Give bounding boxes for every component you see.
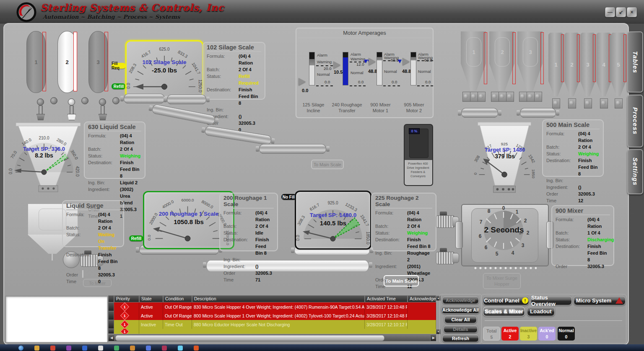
taskbar-icon[interactable] <box>18 346 23 351</box>
status-value: Discharging <box>587 236 614 243</box>
valve-cup <box>99 114 107 120</box>
close-button[interactable]: × <box>627 7 637 17</box>
col-description[interactable]: Description <box>192 295 365 302</box>
message-list-panel[interactable] <box>5 296 108 343</box>
alarm-row[interactable]: 1 Inactive Time Out 880 Micro Eductor Ho… <box>108 320 436 329</box>
tick-label: 4000.0 <box>161 199 175 209</box>
roughage1-scale-panel: 200 Roughage 1 Scale Formula:(04) 4 Rati… <box>219 193 278 251</box>
status-value: Weighing <box>407 230 428 236</box>
valve-stem <box>39 106 43 115</box>
alarm-row[interactable]: 1 Active Out Of Range 830 Micro Scale Ho… <box>108 302 436 311</box>
drive-display: 0 % <box>409 128 420 134</box>
tick-label: 925.0 <box>327 201 338 205</box>
dial-number: 5 <box>494 251 500 257</box>
amps-down-arrow-icon: ▼ <box>397 57 403 65</box>
details-button[interactable]: Details <box>444 325 478 333</box>
tab-settings[interactable]: Settings <box>627 149 643 194</box>
amps-down-arrow-icon: ▼ <box>363 57 369 65</box>
minimize-button[interactable]: — <box>605 7 615 17</box>
tick-label: 1233.3 <box>345 202 358 212</box>
taskbar-icon[interactable] <box>66 346 71 351</box>
refill-pill: Refill <box>112 83 126 89</box>
col-acknowledged[interactable]: Acknowledged <box>408 295 436 302</box>
gauge-value: 379 lbs <box>481 153 528 160</box>
status-overview-button[interactable]: Status Overview <box>531 296 572 305</box>
taskbar-icon[interactable] <box>162 346 167 351</box>
bin-3-label: 3 <box>523 37 538 67</box>
silo-1-level-indicator <box>561 34 564 82</box>
clear-all-button[interactable]: Clear All <box>444 315 477 323</box>
h-scrollbar-thumb[interactable] <box>115 335 384 341</box>
alarm-row[interactable]: 1 <box>108 329 436 334</box>
feeder-icon <box>519 92 527 102</box>
mixer-body: 0 1 2 2 3 4 5 6 6 7 8 2 Seconds <box>461 204 549 266</box>
restore-button[interactable]: ↙ <box>616 7 626 17</box>
col-activated-time[interactable]: Activated Time <box>365 295 408 302</box>
mixer-panel: 900 Mixer Formula:(04) 4 Ration Batch:1 … <box>551 205 614 266</box>
control-panel-button[interactable]: Control Panel ! <box>483 296 529 305</box>
taskbar-icon[interactable] <box>114 346 119 351</box>
header: Sterling Systems & Controls, Inc Automat… <box>0 0 644 23</box>
col-state[interactable]: State <box>139 295 163 302</box>
tank-3-label: 3 <box>96 59 99 65</box>
tick-label: 0.0 <box>8 168 13 174</box>
taskbar-icon[interactable] <box>130 346 135 351</box>
feeder-icon <box>506 92 514 102</box>
h-scrollbar-track[interactable] <box>114 334 431 341</box>
taskbar-icon[interactable] <box>50 346 55 351</box>
silage-scale-panel: 102 Silage Scale Formula:(04) 4 Ration B… <box>203 42 265 100</box>
dial-number: 8 <box>486 208 492 214</box>
taskbar-icon[interactable] <box>98 346 103 351</box>
normal-tile: Normal0 <box>558 327 575 341</box>
tick-label: 925 <box>501 142 508 146</box>
total-tile: Total5 <box>483 327 500 341</box>
feeder-icon <box>552 98 560 108</box>
priority-diamond-icon: 1 <box>120 302 129 311</box>
scroll-right-button[interactable]: ▶ <box>430 334 436 341</box>
priority-diamond-icon: 1 <box>120 320 129 329</box>
panel-title: 900 Mixer <box>556 207 610 215</box>
status-value: Weighing <box>120 152 140 159</box>
status-value: Refill Required <box>239 73 261 86</box>
dial-number: 0 <box>501 205 506 211</box>
alarm-table: Priority State Condition Description Act… <box>108 295 436 341</box>
taskbar-icon[interactable] <box>82 346 87 351</box>
taskbar-icon[interactable] <box>194 346 199 351</box>
page-title: Sterling Systems & Controls, Inc <box>40 2 224 13</box>
roughage2-scale-panel: 225 Roughage 2 Scale Formula:(04) 4 Rati… <box>371 193 436 251</box>
col-condition[interactable]: Condition <box>163 295 192 302</box>
silo-5-level-indicator <box>623 34 626 82</box>
taskbar-icon[interactable] <box>178 346 183 351</box>
dial-number: 7 <box>478 219 484 225</box>
refresh-button[interactable]: Refresh <box>442 334 479 342</box>
feeder-icon <box>462 92 470 102</box>
feeder-icon <box>600 98 608 108</box>
target-sp: Target SP: 1480.0 <box>296 212 370 218</box>
col-priority[interactable]: Priority <box>114 295 139 302</box>
loadout-button[interactable]: Loadout <box>527 307 555 316</box>
scales-mixer-button[interactable]: Scales & Mixer <box>483 307 525 316</box>
silage-scale-gauge: 0.0 208.3 416.7 625.0 833.3 1041.7 1250.… <box>125 40 203 98</box>
tab-process[interactable]: Process <box>627 95 643 147</box>
alarm-row[interactable]: 1 Active Out Of Range 800 Micro Scale Ho… <box>108 311 436 320</box>
roughage2-scale-gauge: 0.0 308.3 616.7 925.0 1233.3 1541.7 1850… <box>295 191 371 250</box>
mixer-motor2-icon <box>436 248 460 265</box>
bin-3-level-indicator <box>540 32 544 84</box>
taskbar-icon[interactable] <box>34 346 39 351</box>
tick-label: 210.0 <box>39 136 49 140</box>
drive-label: Powerflex 400 Drive Ingredient Feeders &… <box>405 162 431 178</box>
warning-circle-icon: ! <box>522 297 528 304</box>
tick-label: 1850.0 <box>366 232 370 245</box>
conveyor-roller <box>167 95 206 104</box>
feeder-icon <box>615 98 623 108</box>
feeder-icon <box>584 98 592 108</box>
acknowledge-all-button[interactable]: Acknowledge All <box>441 306 480 314</box>
acknowledge-button[interactable]: Acknowledge <box>442 296 479 304</box>
tick-label: 1850 <box>531 169 536 178</box>
micro-system-button[interactable]: Micro System <box>574 296 626 305</box>
tick-label: 0 <box>473 172 478 175</box>
to-mixer-surge-label: To Mixer Surge Hopper <box>483 273 521 289</box>
priority-diamond-icon: 1 <box>120 311 129 320</box>
taskbar-icon[interactable] <box>146 346 151 351</box>
tab-tables[interactable]: Tables <box>627 31 643 93</box>
